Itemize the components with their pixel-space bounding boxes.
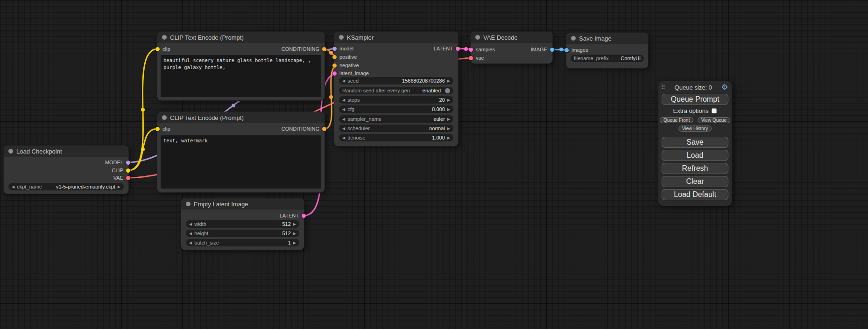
latent-slot-dot[interactable] [332, 71, 337, 76]
input-slot-clip[interactable]: clip [155, 126, 170, 132]
node-vae-decode[interactable]: VAE Decode samples vae IMAGE [471, 32, 552, 63]
latent-slot-dot[interactable] [302, 214, 306, 218]
clear-button[interactable]: Clear [662, 176, 728, 187]
input-slot-negative[interactable]: negative [332, 62, 359, 69]
output-slot-conditioning[interactable]: CONDITIONING [282, 46, 326, 52]
widget-filename-prefix[interactable]: filename_prefix ComfyUI [571, 55, 644, 62]
node-title-bar[interactable]: Empty Latent Image [181, 198, 304, 210]
output-slot-model[interactable]: MODEL [105, 159, 130, 166]
queue-front-button[interactable]: Queue Front [660, 117, 693, 123]
output-slot-clip[interactable]: CLIP [112, 167, 130, 174]
decrement-arrow-icon[interactable]: ◀ [342, 136, 345, 140]
conditioning-slot-dot[interactable] [322, 47, 326, 51]
drag-handle-icon[interactable]: ⠿ [661, 84, 665, 91]
queue-panel[interactable]: ⠿ Queue size: 0 ⚙ Queue Prompt Extra opt… [658, 81, 732, 206]
load-default-button[interactable]: Load Default [662, 189, 728, 200]
clip-slot-dot[interactable] [155, 127, 160, 131]
extra-options-checkbox[interactable] [712, 108, 717, 113]
vae-slot-dot[interactable] [126, 176, 130, 180]
queue-prompt-button[interactable]: Queue Prompt [662, 94, 728, 105]
view-queue-button[interactable]: View Queue [698, 117, 730, 123]
collapse-dot-icon[interactable] [571, 36, 576, 41]
collapse-dot-icon[interactable] [339, 35, 344, 40]
increment-arrow-icon[interactable]: ▶ [293, 222, 296, 226]
increment-arrow-icon[interactable]: ▶ [447, 79, 450, 83]
conditioning-slot-dot[interactable] [322, 127, 326, 131]
node-title-bar[interactable]: CLIP Text Encode (Prompt) [157, 32, 325, 43]
collapse-dot-icon[interactable] [475, 35, 480, 40]
decrement-arrow-icon[interactable]: ◀ [342, 79, 345, 83]
widget-denoise[interactable]: ◀ denoise 1.000 ▶ [339, 134, 453, 141]
model-slot-dot[interactable] [126, 161, 130, 165]
latent-slot-dot[interactable] [456, 47, 460, 51]
node-empty-latent-image[interactable]: Empty Latent Image LATENT ◀ width 512 ▶ … [181, 198, 304, 250]
widget-steps[interactable]: ◀ steps 20 ▶ [339, 96, 453, 104]
clip-slot-dot[interactable] [155, 47, 160, 51]
node-title-bar[interactable]: Save Image [566, 33, 648, 44]
widget-scheduler[interactable]: ◀ scheduler normal ▶ [339, 125, 453, 132]
decrement-arrow-icon[interactable]: ◀ [189, 231, 192, 236]
node-load-checkpoint[interactable]: Load Checkpoint MODEL CLIP VAE ◀ ckpt_na… [4, 146, 128, 194]
output-slot-conditioning[interactable]: CONDITIONING [282, 126, 326, 132]
collapse-dot-icon[interactable] [8, 149, 13, 154]
image-slot-dot[interactable] [550, 48, 554, 52]
decrement-arrow-icon[interactable]: ◀ [342, 126, 345, 131]
prompt-textarea[interactable]: beautiful scenery nature glass bottle la… [161, 55, 321, 97]
increment-arrow-icon[interactable]: ▶ [447, 136, 450, 140]
collapse-dot-icon[interactable] [162, 115, 167, 120]
vae-slot-dot[interactable] [469, 56, 473, 60]
decrement-arrow-icon[interactable]: ◀ [342, 117, 345, 121]
refresh-button[interactable]: Refresh [662, 163, 728, 174]
node-save-image[interactable]: Save Image images filename_prefix ComfyU… [566, 33, 648, 68]
increment-arrow-icon[interactable]: ▶ [293, 241, 296, 245]
decrement-arrow-icon[interactable]: ◀ [12, 185, 14, 189]
widget-cfg[interactable]: ◀ cfg 8.000 ▶ [339, 105, 453, 113]
input-slot-vae[interactable]: vae [469, 55, 484, 61]
input-slot-images[interactable]: images [565, 47, 588, 53]
increment-arrow-icon[interactable]: ▶ [447, 98, 450, 102]
node-clip-text-encode-positive[interactable]: CLIP Text Encode (Prompt) clip CONDITION… [157, 32, 325, 100]
input-slot-model[interactable]: model [332, 45, 353, 52]
increment-arrow-icon[interactable]: ▶ [447, 107, 450, 112]
output-slot-vae[interactable]: VAE [113, 175, 130, 181]
output-slot-image[interactable]: IMAGE [531, 46, 554, 53]
node-title-bar[interactable]: Load Checkpoint [4, 146, 128, 157]
decrement-arrow-icon[interactable]: ◀ [342, 98, 345, 102]
node-title-bar[interactable]: VAE Decode [471, 32, 552, 43]
input-slot-latent-image[interactable]: latent_image [332, 70, 369, 77]
view-history-button[interactable]: View History [678, 126, 712, 132]
widget-seed[interactable]: ◀ seed 156680208700286 ▶ [339, 77, 453, 84]
decrement-arrow-icon[interactable]: ◀ [342, 107, 345, 112]
prompt-textarea[interactable]: text, watermark [161, 135, 321, 189]
widget-height[interactable]: ◀ height 512 ▶ [186, 230, 299, 237]
decrement-arrow-icon[interactable]: ◀ [189, 241, 192, 245]
output-slot-latent[interactable]: LATENT [434, 45, 460, 52]
increment-arrow-icon[interactable]: ▶ [447, 117, 450, 121]
node-clip-text-encode-negative[interactable]: CLIP Text Encode (Prompt) clip CONDITION… [157, 112, 325, 192]
collapse-dot-icon[interactable] [162, 35, 167, 40]
node-title-bar[interactable]: CLIP Text Encode (Prompt) [157, 112, 325, 123]
widget-width[interactable]: ◀ width 512 ▶ [186, 220, 299, 228]
settings-gear-icon[interactable]: ⚙ [721, 84, 728, 91]
input-slot-positive[interactable]: positive [332, 54, 357, 60]
clip-slot-dot[interactable] [126, 168, 130, 173]
save-button[interactable]: Save [662, 137, 728, 148]
node-title-bar[interactable]: KSampler [334, 32, 458, 43]
node-graph-canvas[interactable]: Load Checkpoint MODEL CLIP VAE ◀ ckpt_na… [0, 0, 868, 329]
conditioning-slot-dot[interactable] [332, 63, 337, 68]
latent-slot-dot[interactable] [469, 48, 473, 52]
output-slot-latent[interactable]: LATENT [280, 212, 306, 219]
load-button[interactable]: Load [662, 150, 728, 161]
widget-random-seed-toggle[interactable]: Random seed after every gen enabled [339, 87, 453, 94]
widget-batch-size[interactable]: ◀ batch_size 1 ▶ [186, 239, 299, 246]
increment-arrow-icon[interactable]: ▶ [118, 185, 120, 189]
widget-sampler-name[interactable]: ◀ sampler_name euler ▶ [339, 115, 453, 123]
collapse-dot-icon[interactable] [186, 202, 191, 206]
input-slot-samples[interactable]: samples [469, 46, 495, 53]
input-slot-clip[interactable]: clip [155, 46, 170, 52]
node-ksampler[interactable]: KSampler model positive negative latent_… [334, 32, 458, 146]
model-slot-dot[interactable] [332, 47, 337, 51]
decrement-arrow-icon[interactable]: ◀ [189, 222, 192, 226]
increment-arrow-icon[interactable]: ▶ [293, 231, 296, 236]
increment-arrow-icon[interactable]: ▶ [447, 126, 450, 131]
